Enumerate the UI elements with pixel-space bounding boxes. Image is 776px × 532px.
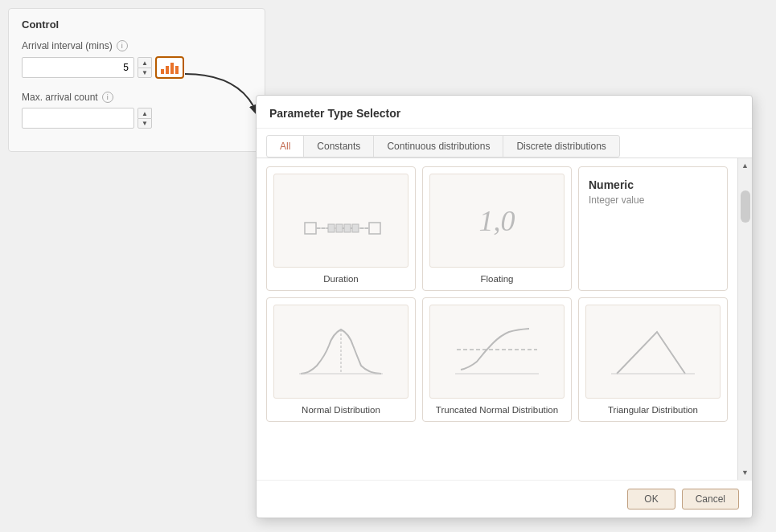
svg-rect-0 <box>305 223 316 234</box>
scroll-thumb[interactable] <box>741 190 750 223</box>
arrival-interval-label: Arrival interval (mins) i <box>22 40 252 51</box>
card-truncated-normal[interactable]: Truncated Normal Distribution <box>422 297 572 422</box>
svg-rect-4 <box>328 224 335 232</box>
normal-icon <box>293 317 389 386</box>
parameter-type-dialog: Parameter Type Selector All Constants Co… <box>256 95 753 518</box>
svg-rect-5 <box>336 224 343 232</box>
grid-area: Duration 1,0 Floating Numeric Integer va… <box>257 158 752 480</box>
truncated-normal-label: Truncated Normal Distribution <box>436 405 558 415</box>
floating-label: Floating <box>481 274 514 284</box>
floating-icon: 1,0 <box>479 204 515 238</box>
card-floating[interactable]: 1,0 Floating <box>422 166 572 291</box>
cards-grid: Duration 1,0 Floating Numeric Integer va… <box>257 158 737 480</box>
max-arrival-spinner: ▲ ▼ <box>138 108 152 129</box>
chart-icon <box>161 61 179 74</box>
normal-label: Normal Distribution <box>302 405 380 415</box>
max-arrival-spin-up[interactable]: ▲ <box>138 108 152 118</box>
scrollbar[interactable]: ▲ ▼ <box>737 158 752 480</box>
svg-rect-7 <box>352 224 359 232</box>
arrival-info-icon[interactable]: i <box>117 40 128 51</box>
tab-continuous[interactable]: Continuous distributions <box>373 135 503 158</box>
duration-icon <box>293 189 389 253</box>
control-title: Control <box>22 18 252 31</box>
dialog-footer: OK Cancel <box>257 480 752 518</box>
card-normal[interactable]: Normal Distribution <box>266 297 416 422</box>
max-arrival-input[interactable] <box>22 108 134 129</box>
max-arrival-label: Max. arrival count i <box>22 92 252 103</box>
cancel-button[interactable]: Cancel <box>682 489 739 509</box>
triangular-visual <box>585 305 721 399</box>
dialog-title: Parameter Type Selector <box>257 96 752 129</box>
triangular-icon <box>605 317 701 386</box>
numeric-title: Numeric <box>589 178 717 191</box>
arrival-spin-up[interactable]: ▲ <box>138 57 152 68</box>
arrival-input[interactable] <box>22 57 134 78</box>
card-numeric[interactable]: Numeric Integer value <box>578 166 728 291</box>
scroll-down-arrow[interactable]: ▼ <box>740 467 751 478</box>
max-arrival-info-icon[interactable]: i <box>102 92 113 103</box>
floating-visual: 1,0 <box>429 174 565 268</box>
tab-constants[interactable]: Constants <box>303 135 374 158</box>
arrival-spin-down[interactable]: ▼ <box>138 68 152 78</box>
max-arrival-input-row: ▲ ▼ <box>22 108 252 129</box>
max-arrival-spin-down[interactable]: ▼ <box>138 118 152 129</box>
arrival-input-row: ▲ ▼ <box>22 56 252 79</box>
card-triangular[interactable]: Triangular Distribution <box>578 297 728 422</box>
numeric-subtitle: Integer value <box>589 194 717 206</box>
scroll-up-arrow[interactable]: ▲ <box>740 160 751 171</box>
distribution-button[interactable] <box>155 56 184 79</box>
ok-button[interactable]: OK <box>627 489 675 509</box>
tab-bar: All Constants Continuous distributions D… <box>257 129 752 158</box>
triangular-label: Triangular Distribution <box>608 405 698 415</box>
arrival-spinner: ▲ ▼ <box>138 57 152 78</box>
card-duration[interactable]: Duration <box>266 166 416 291</box>
truncated-normal-visual <box>429 305 565 399</box>
control-panel: Control Arrival interval (mins) i ▲ ▼ Ma… <box>8 8 265 152</box>
duration-visual <box>273 174 409 268</box>
tab-all[interactable]: All <box>266 135 304 158</box>
duration-label: Duration <box>323 274 358 284</box>
truncated-normal-icon <box>449 317 545 386</box>
normal-visual <box>273 305 409 399</box>
tab-discrete[interactable]: Discrete distributions <box>503 135 619 158</box>
svg-rect-2 <box>369 223 380 234</box>
svg-rect-6 <box>344 224 351 232</box>
